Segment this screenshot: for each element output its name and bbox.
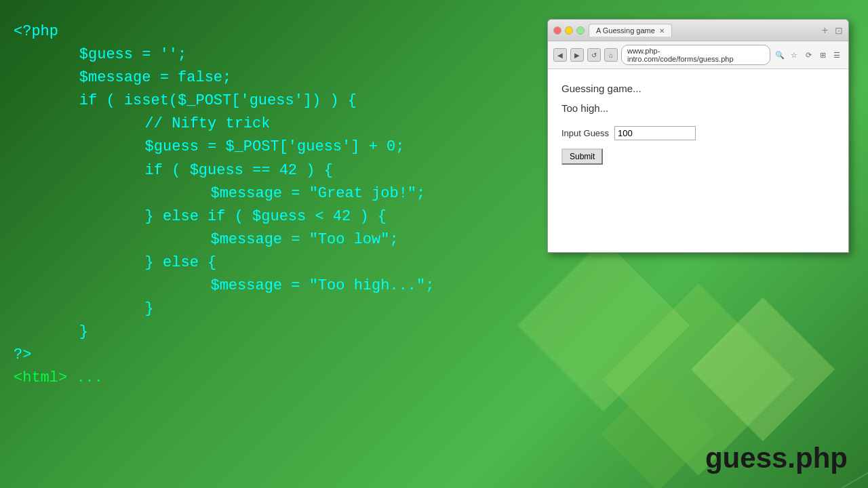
code-line-6: $guess = $_POST['guess'] + 0; [14, 136, 434, 159]
input-row: Input Guess [561, 126, 835, 140]
game-status: Too high... [561, 102, 835, 114]
code-line-7: if ( $guess == 42 ) { [14, 159, 434, 182]
address-input[interactable]: www.php-intro.com/code/forms/guess.php [621, 45, 770, 65]
address-bar: ◀ ▶ ↺ ⌂ www.php-intro.com/code/forms/gue… [548, 41, 848, 69]
browser-tab[interactable]: A Guessing game ✕ [589, 24, 672, 37]
code-section: <?php $guess = ''; $message = false; if … [14, 20, 434, 390]
game-title: Guessing game... [561, 83, 835, 94]
menu-icon[interactable]: ☰ [831, 49, 843, 61]
code-line-5: // Nifty trick [14, 113, 434, 136]
code-line-14: } [14, 321, 434, 344]
minimize-button[interactable] [565, 26, 573, 35]
code-line-13: } [14, 298, 434, 321]
grid-icon[interactable]: ⊞ [816, 49, 829, 61]
toolbar-icons: 🔍 ☆ ⟳ ⊞ ☰ [774, 49, 843, 61]
input-label: Input Guess [561, 128, 609, 138]
tab-label: A Guessing game [596, 26, 655, 35]
code-line-2: $guess = ''; [14, 43, 434, 66]
new-tab-button[interactable]: + [822, 24, 828, 37]
search-icon[interactable]: 🔍 [774, 49, 786, 61]
code-line-12: $message = "Too high..."; [14, 274, 434, 298]
restore-button[interactable]: ⊡ [835, 25, 843, 36]
code-line-9: } else if ( $guess < 42 ) { [14, 205, 434, 228]
browser-window: A Guessing game ✕ + ⊡ ◀ ▶ ↺ ⌂ www.php-in… [547, 19, 849, 253]
tab-close-icon[interactable]: ✕ [659, 27, 665, 35]
submit-button[interactable]: Submit [561, 148, 603, 165]
code-line-11: } else { [14, 251, 434, 274]
code-line-3: $message = false; [14, 66, 434, 89]
guess-input[interactable] [614, 126, 696, 140]
home-button[interactable]: ⌂ [604, 48, 618, 62]
back-button[interactable]: ◀ [553, 48, 567, 62]
code-line-4: if ( isset($_POST['guess']) ) { [14, 89, 434, 113]
close-button[interactable] [553, 26, 561, 35]
reload-button[interactable]: ↺ [587, 48, 601, 62]
star-icon[interactable]: ☆ [788, 49, 800, 61]
code-line-10: $message = "Too low"; [14, 228, 434, 251]
refresh-icon[interactable]: ⟳ [802, 49, 814, 61]
code-line-16: <html> ... [14, 367, 434, 390]
code-line-8: $message = "Great job!"; [14, 182, 434, 205]
maximize-button[interactable] [576, 26, 585, 35]
code-line-15: ?> [14, 344, 434, 367]
window-controls [553, 26, 585, 35]
forward-button[interactable]: ▶ [570, 48, 584, 62]
code-line-1: <?php [14, 20, 434, 43]
browser-titlebar: A Guessing game ✕ + ⊡ [548, 20, 848, 41]
filename-label: guess.php [705, 442, 848, 474]
browser-content: Guessing game... Too high... Input Guess… [548, 69, 848, 252]
